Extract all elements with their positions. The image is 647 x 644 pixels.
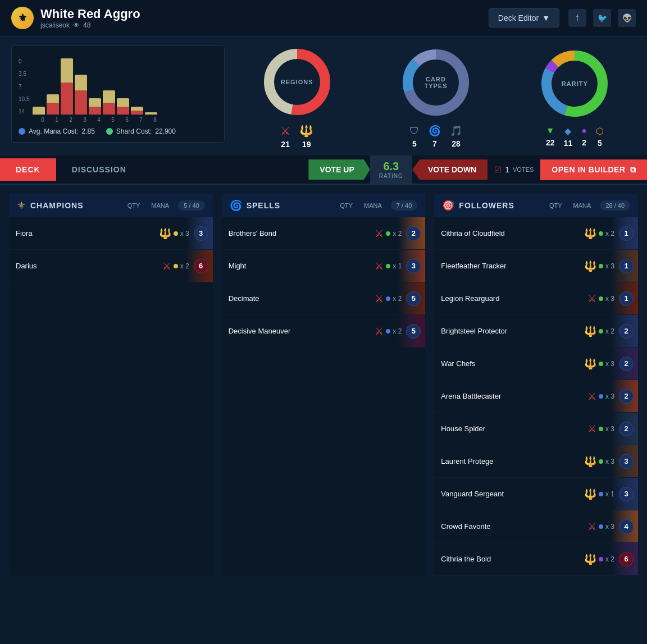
rarity-champion: ⬡ 5 (596, 126, 604, 148)
card-legion-rearguard[interactable]: Legion Rearguard ⚔ x 3 1 (434, 282, 638, 315)
card-might[interactable]: Might ⚔ x 1 3 (222, 250, 426, 282)
bar-1 (47, 94, 59, 115)
follower-icon: 🎵 (450, 125, 462, 137)
chart-stats: Avg. Mana Cost: 2.85 Shard Cost: 22,900 (19, 127, 217, 135)
brothers-bond-name: Brothers' Bond (229, 229, 375, 237)
cithria-cloudfield-dot (599, 231, 603, 236)
card-decisive-maneuver[interactable]: Decisive Maneuver ⚔ x 2 5 (222, 315, 426, 348)
open-builder-label: OPEN IN BUILDER (552, 165, 625, 174)
card-decimate[interactable]: Decimate ⚔ x 2 5 (222, 282, 426, 315)
bar-chart (33, 58, 157, 115)
stats-section: 14 10.5 7 3.5 0 (0, 36, 647, 156)
deck-editor-button[interactable]: Deck Editor ▼ (489, 8, 559, 28)
card-cithria-bold[interactable]: Cithria the Bold 🔱 x 2 6 (434, 543, 638, 576)
war-chefs-name: War Chefs (441, 359, 584, 368)
shard-value: 22,900 (155, 127, 176, 135)
spells-mana-label: MANA (364, 202, 382, 209)
champions-title: CHAMPIONS (30, 201, 123, 210)
cithria-bold-cost: 6 (619, 552, 634, 567)
deck-title: White Red Aggro (40, 7, 140, 21)
rating-box: 6.3 RATING (370, 156, 412, 184)
eye-icon: 👁 (73, 21, 80, 29)
rarity-common: ▼ 22 (546, 126, 555, 147)
decisive-maneuver-qty: x 2 (393, 327, 402, 335)
champions-qty-label: QTY (127, 202, 140, 209)
card-fiora[interactable]: Fiora 🔱 x 3 3 (9, 217, 213, 250)
brightsteel-dot (599, 329, 603, 334)
cithria-cloudfield-faction: 🔱 (584, 227, 596, 240)
deck-icon: ⚜ (11, 7, 34, 29)
y-axis-labels: 14 10.5 7 3.5 0 (19, 58, 29, 115)
house-spider-name: House Spider (441, 424, 587, 433)
card-war-chefs[interactable]: War Chefs 🔱 x 3 2 (434, 348, 638, 380)
fiora-dot (174, 231, 178, 236)
rating-label: RATING (379, 173, 403, 179)
twitter-icon[interactable]: 🐦 (593, 9, 611, 27)
reddit-icon[interactable]: 👽 (618, 9, 636, 27)
rarity-icons: ▼ 22 ◆ 11 ● 2 ⬡ 5 (546, 126, 604, 148)
darius-faction-icon: ⚔ (162, 260, 171, 272)
card-brothers-bond[interactable]: Brothers' Bond ⚔ x 2 2 (222, 217, 426, 250)
vanguard-sergeant-dot (599, 492, 603, 496)
tab-deck[interactable]: DECK (0, 158, 56, 181)
open-builder-button[interactable]: OPEN IN BUILDER ⧉ (540, 159, 647, 180)
facebook-icon[interactable]: f (568, 9, 586, 27)
bar-2 (61, 58, 73, 115)
external-link-icon: ⧉ (630, 165, 636, 175)
fleetfeather-qty: x 3 (605, 262, 614, 270)
card-darius[interactable]: Darius ⚔ x 2 6 (9, 250, 213, 282)
spells-count: 7 / 40 (391, 200, 418, 211)
cithria-cloudfield-cost: 1 (619, 226, 634, 241)
votes-text: VOTES (513, 166, 534, 173)
decimate-qty: x 2 (393, 295, 402, 303)
laurent-protege-faction: 🔱 (584, 455, 596, 468)
decisive-maneuver-cost: 5 (406, 324, 421, 339)
crowd-favorite-faction: ⚔ (587, 520, 596, 533)
followers-qty-label: QTY (549, 202, 562, 209)
checkbox-icon: ☑ (494, 165, 502, 174)
cards-section: ⚜ CHAMPIONS QTY MANA 5 / 40 Fiora 🔱 x 3 … (0, 185, 647, 584)
vanguard-sergeant-cost: 3 (619, 487, 634, 501)
decimate-dot (386, 296, 390, 301)
brothers-bond-dot (386, 231, 390, 236)
might-qty: x 1 (393, 262, 402, 270)
bar-3 (75, 75, 87, 115)
card-arena-battlecaster[interactable]: Arena Battlecaster ⚔ x 3 2 (434, 380, 638, 413)
legion-rearguard-faction: ⚔ (587, 293, 596, 305)
war-chefs-qty: x 3 (605, 360, 614, 368)
vote-up-button[interactable]: VOTE UP (308, 159, 370, 180)
house-spider-qty: x 3 (605, 425, 614, 433)
card-cithria-cloudfield[interactable]: Cithria of Cloudfield 🔱 x 2 1 (434, 217, 638, 250)
might-name: Might (229, 262, 375, 270)
crowd-favorite-name: Crowd Favorite (441, 522, 587, 531)
fiora-qty: x 3 (180, 230, 189, 237)
type-spell: 🌀 7 (429, 125, 441, 148)
vote-down-button[interactable]: VOTE DOWN (412, 159, 487, 180)
card-types-icons: 🛡 5 🌀 7 🎵 28 (409, 125, 462, 148)
fiora-cost: 3 (194, 226, 208, 241)
champions-header: ⚜ CHAMPIONS QTY MANA 5 / 40 (9, 194, 213, 217)
follower-count: 28 (452, 139, 461, 148)
rating-number: 6.3 (379, 160, 403, 173)
arena-battlecaster-name: Arena Battlecaster (441, 392, 587, 400)
fleetfeather-dot (599, 264, 603, 268)
card-vanguard-sergeant[interactable]: Vanguard Sergeant 🔱 x 1 3 (434, 478, 638, 510)
card-house-spider[interactable]: House Spider ⚔ x 3 2 (434, 413, 638, 445)
card-laurent-protege[interactable]: Laurent Protege 🔱 x 3 3 (434, 445, 638, 478)
darius-name: Darius (16, 262, 162, 270)
tab-discussion[interactable]: DISCUSSION (56, 158, 142, 181)
card-brightsteel[interactable]: Brightsteel Protector 🔱 x 2 2 (434, 315, 638, 348)
legion-rearguard-cost: 1 (619, 291, 634, 306)
followers-header: 🎯 FOLLOWERS QTY MANA 28 / 40 (434, 194, 638, 217)
decisive-maneuver-name: Decisive Maneuver (229, 327, 375, 335)
card-fleetfeather[interactable]: Fleetfeather Tracker 🔱 x 3 1 (434, 250, 638, 282)
header-right: Deck Editor ▼ f 🐦 👽 (489, 8, 636, 28)
brothers-bond-cost: 2 (406, 226, 421, 241)
laurent-protege-cost: 3 (619, 454, 634, 469)
view-count: 48 (83, 21, 90, 29)
card-crowd-favorite[interactable]: Crowd Favorite ⚔ x 3 4 (434, 510, 638, 543)
brothers-bond-faction: ⚔ (375, 227, 384, 240)
legion-rearguard-dot (599, 296, 603, 301)
decimate-faction: ⚔ (375, 293, 384, 305)
deck-editor-label: Deck Editor (498, 13, 539, 22)
